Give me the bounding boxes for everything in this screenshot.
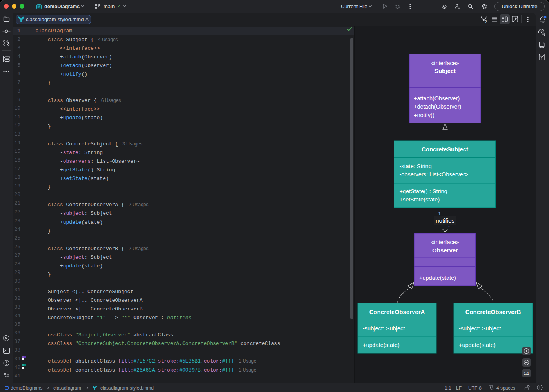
svg-text:«interface»: «interface» (431, 239, 459, 245)
svg-text:+update(state): +update(state) (459, 342, 496, 348)
svg-text:1: 1 (438, 211, 441, 216)
svg-text:ConcreteObserverB: ConcreteObserverB (465, 309, 521, 315)
svg-text:ConcreteObserverA: ConcreteObserverA (369, 309, 425, 315)
svg-text:-observers: List<Observer>: -observers: List<Observer> (400, 171, 469, 178)
svg-text:«interface»: «interface» (431, 60, 459, 66)
svg-text:1:1: 1:1 (524, 372, 529, 376)
svg-text:+detach(Observer): +detach(Observer) (414, 103, 461, 110)
svg-text:Observer: Observer (432, 247, 458, 254)
svg-text:+attach(Observer): +attach(Observer) (414, 95, 460, 102)
svg-text:*: * (448, 225, 450, 229)
svg-text:notifies: notifies (436, 217, 454, 224)
svg-text:+update(state): +update(state) (419, 275, 456, 281)
svg-text:Subject: Subject (434, 67, 456, 74)
svg-text:+setState(state): +setState(state) (400, 196, 440, 203)
svg-text:M: M (37, 5, 40, 9)
svg-text:+getState() : String: +getState() : String (400, 188, 447, 194)
svg-text:-subject: Subject: -subject: Subject (459, 325, 501, 332)
svg-text:?: ? (485, 20, 487, 23)
svg-text:-subject: Subject: -subject: Subject (363, 325, 405, 332)
svg-text:ConcreteSubject: ConcreteSubject (422, 146, 468, 152)
svg-text:-state: String: -state: String (400, 163, 432, 169)
svg-text:+update(state): +update(state) (363, 342, 400, 348)
svg-text:+notify(): +notify() (414, 112, 434, 118)
